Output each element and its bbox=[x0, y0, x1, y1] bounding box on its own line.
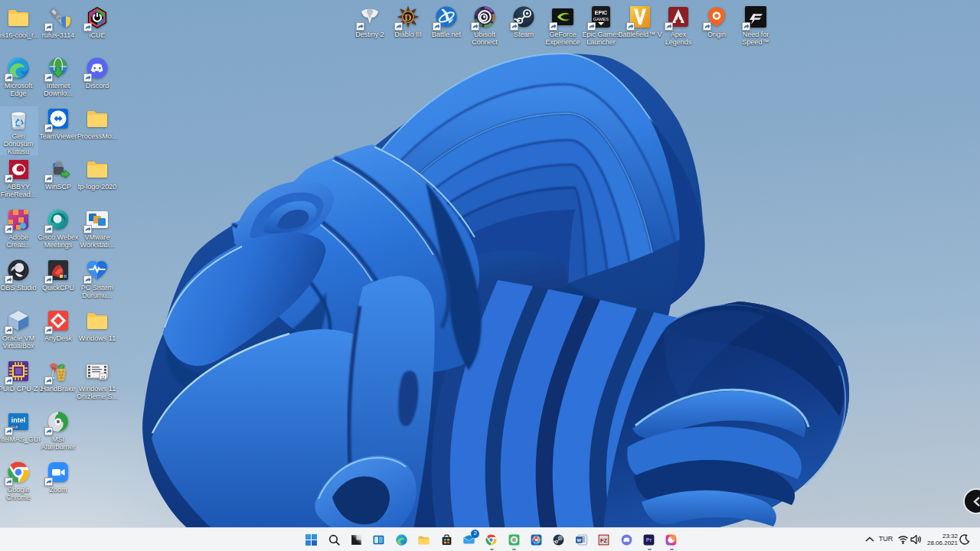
svg-text:12: 12 bbox=[101, 375, 106, 380]
svg-text:D: D bbox=[404, 11, 411, 23]
svg-text:GAMES: GAMES bbox=[593, 17, 609, 21]
svg-text:EPIC: EPIC bbox=[595, 10, 607, 15]
svg-text:intel: intel bbox=[11, 416, 26, 424]
